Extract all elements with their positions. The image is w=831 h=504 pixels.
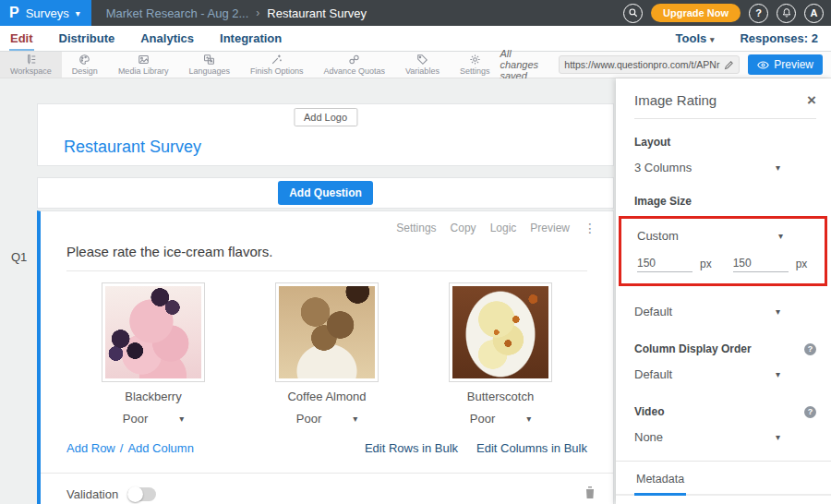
surveys-product-menu[interactable]: P Surveys ▾ [0,0,91,26]
add-row-link[interactable]: Add Row [66,441,115,455]
chevron-down-icon: ▾ [526,414,531,424]
toolbar-item-label: Media Library [118,66,169,76]
metadata-tabs: Metadata [616,461,831,496]
breadcrumb-survey[interactable]: Restaurant Survey [267,6,367,20]
toolbar-right: All changes saved https://www.questionpr… [500,52,831,78]
survey-canvas: Q1 Add Logo Restaurant Survey Add Questi… [0,78,616,504]
column-display-order-dropdown[interactable]: Default ▾ [634,367,780,381]
chevron-down-icon: ▾ [776,432,780,442]
layout-label: Layout [634,136,816,149]
toolbar-item-variables[interactable]: Variables [395,52,450,78]
validation-toggle[interactable] [127,487,156,501]
rating-dropdown-coffee-almond[interactable]: Poor ▾ [296,412,358,426]
toolbar-item-settings[interactable]: Settings [450,52,500,78]
chain-icon [348,54,360,66]
question-footer: Validation [41,473,613,504]
butterscotch-ice-cream-image [452,286,548,378]
add-logo-button[interactable]: Add Logo [294,108,357,126]
image-height-input[interactable]: 150 [733,257,789,272]
flavor-image-butterscotch[interactable] [449,282,552,382]
preview-button[interactable]: Preview [748,54,823,75]
toolbar-item-languages[interactable]: Languages [178,52,240,78]
column-display-order-label: Column Display Order ? [634,342,816,355]
flavor-column-coffee-almond: Coffee Almond Poor ▾ [240,282,414,426]
avatar[interactable]: A [804,4,824,23]
breadcrumb-folder[interactable]: Market Research - Aug 2... [106,6,249,20]
toolbar-item-label: Variables [405,66,440,76]
survey-url-input[interactable]: https://www.questionpro.com/t/APNrFZ [559,55,740,74]
add-question-button[interactable]: Add Question [278,181,373,205]
validation-label: Validation [66,487,118,501]
add-column-link[interactable]: Add Column [127,441,194,455]
width-unit-label: px [700,258,712,272]
question-number: Q1 [11,250,27,264]
tab-distribute[interactable]: Distribute [58,27,116,51]
secondary-dropdown-value: Default [634,305,672,318]
secondary-dropdown[interactable]: Default ▾ [634,305,780,318]
toolbar-item-design[interactable]: Design [62,52,108,78]
toolbar-item-label: Advance Quotas [323,66,385,76]
delete-question-button[interactable] [584,485,596,503]
upgrade-now-button[interactable]: Upgrade Now [651,4,741,22]
search-button[interactable] [623,4,643,23]
question-preview-link[interactable]: Preview [530,222,570,234]
toolbar-item-advance-quotas[interactable]: Advance Quotas [313,52,395,78]
question-copy-link[interactable]: Copy [451,222,476,234]
toolbar-item-label: Design [72,66,98,76]
tools-menu[interactable]: Tools ▾ [676,31,715,45]
help-icon[interactable]: ? [804,343,816,355]
flavor-image-coffee-almond[interactable] [275,282,379,382]
layout-dropdown[interactable]: 3 Columns ▾ [634,161,780,174]
breadcrumb-separator-icon: › [256,6,259,19]
image-size-inputs: 150 px 150 px [637,257,813,272]
column-display-order-value: Default [634,367,672,381]
notifications-button[interactable] [777,4,796,23]
chevron-down-icon: ▾ [776,306,780,317]
toolbar-item-label: Workspace [10,66,52,76]
question-card: Settings Copy Logic Preview ⋮ Please rat… [37,210,614,504]
chevron-down-icon: ▾ [776,369,780,379]
close-icon[interactable]: × [807,92,816,108]
image-size-mode-value: Custom [637,229,679,243]
flavor-image-blackberry[interactable] [102,282,205,382]
chevron-down-icon: ▾ [710,35,715,44]
kebab-menu-icon[interactable]: ⋮ [584,222,596,234]
tab-edit[interactable]: Edit [9,27,34,51]
video-dropdown[interactable]: None ▾ [634,430,780,444]
tab-integration[interactable]: Integration [219,27,283,51]
question-settings-link[interactable]: Settings [396,222,436,234]
nav-right: Tools ▾ Responses: 2 [676,31,818,45]
help-icon[interactable]: ? [804,406,816,418]
height-unit-label: px [796,258,808,272]
responses-count[interactable]: Responses: 2 [740,31,818,45]
toolbar-item-workspace[interactable]: Workspace [0,52,62,78]
chevron-down-icon: ▾ [776,162,780,173]
tab-analytics[interactable]: Analytics [139,27,195,51]
rating-value: Poor [123,412,148,426]
height-field: 150 px [733,257,808,272]
question-logic-link[interactable]: Logic [490,222,517,234]
image-size-mode-dropdown[interactable]: Custom ▾ [637,229,783,243]
help-button[interactable]: ? [749,4,768,23]
rating-dropdown-butterscotch[interactable]: Poor ▾ [470,412,532,426]
translate-icon [203,54,215,66]
question-text[interactable]: Please rate the ice-cream flavors. [41,234,613,270]
toolbar-item-label: Languages [188,66,230,76]
add-question-card: Add Question [37,177,614,209]
toolbar-item-media-library[interactable]: Media Library [108,52,179,78]
rating-dropdown-blackberry[interactable]: Poor ▾ [123,412,185,426]
toolbar-item-finish-options[interactable]: Finish Options [240,52,314,78]
bulk-edit-links: Edit Rows in Bulk Edit Columns in Bulk [365,441,587,455]
edit-columns-bulk-link[interactable]: Edit Columns in Bulk [476,441,587,455]
bell-icon [781,7,792,18]
toolbar-item-label: Finish Options [250,66,304,76]
image-width-input[interactable]: 150 [637,257,692,272]
layout-value: 3 Columns [634,161,692,174]
video-value: None [634,430,663,444]
edit-rows-bulk-link[interactable]: Edit Rows in Bulk [365,441,458,455]
tab-metadata[interactable]: Metadata [634,462,686,496]
breadcrumb: Market Research - Aug 2... › Restaurant … [106,6,367,20]
rating-value: Poor [296,412,321,426]
header-actions: Upgrade Now ? A [623,4,831,23]
coffee-almond-ice-cream-image [279,286,375,378]
